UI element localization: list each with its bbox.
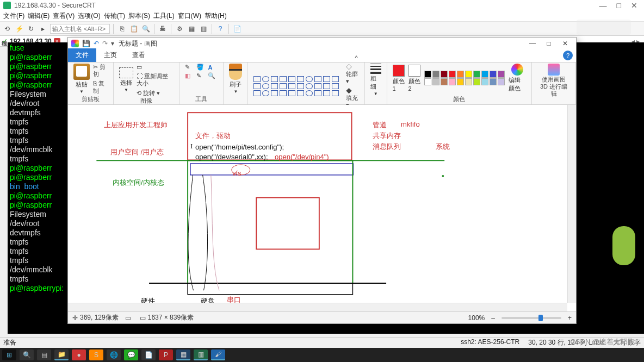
fill-icon[interactable]: 🪣	[196, 64, 206, 71]
label-file-driver: 文件，驱动	[195, 131, 231, 141]
print-icon[interactable]: 🖶	[158, 24, 168, 34]
canvas-size-icon: ▭	[140, 314, 146, 322]
tab-file[interactable]: 文件	[68, 48, 96, 62]
brush-button[interactable]: 刷子 ▼	[229, 64, 242, 94]
task-view[interactable]: ▤	[37, 349, 51, 360]
menu-edit[interactable]: 编辑(E)	[28, 11, 49, 21]
zoom-slider[interactable]	[501, 317, 561, 319]
misc2-icon[interactable]: ▥	[199, 24, 208, 34]
play-icon[interactable]: ▸	[38, 24, 48, 34]
paint-canvas[interactable]: 上层应用开发工程师 用户空间 /用户态 内核空间/内核态 文件，驱动 open(…	[68, 105, 567, 303]
outline-button[interactable]: ◇ 轮廓 ▾	[346, 64, 358, 85]
task-securecrt[interactable]: ▥	[194, 349, 208, 360]
session-icon[interactable]: 📄	[232, 24, 242, 34]
copy-button[interactable]: ⎘ 复制	[93, 80, 108, 94]
group-shapes: ◇ 轮廓 ▾ ◆ 填充 ▾ 形状	[248, 63, 364, 104]
color-palette[interactable]	[424, 71, 505, 85]
group-image: 选择 ▼ ▭ ⛶ 重新调整大小 ⟲ 旋转 ▾ 图像	[114, 63, 180, 104]
label-system: 系统	[436, 142, 450, 152]
task-app2[interactable]: S	[89, 349, 103, 360]
task-vm[interactable]: ▦	[176, 349, 190, 360]
reconnect-icon[interactable]: ⟲	[2, 24, 12, 34]
find-icon[interactable]: 🔍	[141, 24, 151, 34]
paint-minimize-button[interactable]: —	[525, 39, 540, 48]
task-pdf[interactable]: P	[159, 349, 173, 360]
tab-home[interactable]: 主页	[96, 48, 125, 62]
shape-gallery[interactable]	[253, 76, 339, 96]
securecrt-icon	[3, 2, 11, 9]
paint3d-button[interactable]: 使用画图 3D 进行编辑	[537, 64, 570, 98]
ribbon-collapse-icon[interactable]: ^	[355, 54, 358, 62]
lightning-icon[interactable]: ⚡	[14, 24, 24, 34]
save-icon[interactable]: 💾	[82, 40, 90, 47]
color1-button[interactable]: 颜色 1	[393, 65, 405, 92]
canvas-vscroll[interactable]	[567, 105, 576, 303]
close-button[interactable]: ✕	[631, 1, 637, 10]
zoom-in-button[interactable]: +	[568, 314, 572, 322]
windows-taskbar[interactable]: ⊞ 🔍 ▤ 📁 ● S 🌐 💬 📄 P ▦ ▥ 🖌	[0, 348, 644, 362]
task-search[interactable]: 🔍	[20, 349, 34, 360]
misc-icon[interactable]: ▦	[187, 24, 196, 34]
task-app4[interactable]: 📄	[141, 349, 156, 360]
host-input[interactable]	[50, 24, 110, 34]
zoom-out-button[interactable]: –	[491, 314, 495, 322]
crop-button[interactable]: ▭	[137, 64, 174, 71]
edit-colors-button[interactable]: 编辑颜色	[509, 64, 526, 92]
tab-view[interactable]: 查看	[125, 48, 153, 62]
start-button[interactable]: ⊞	[2, 349, 16, 360]
reload-icon[interactable]: ↻	[26, 24, 36, 34]
copy-icon[interactable]: ⎘	[117, 24, 127, 34]
group-brush: 刷子 ▼	[224, 63, 248, 104]
label-open3: open("/dev/pin4")	[275, 153, 329, 161]
menu-file[interactable]: 文件(F)	[3, 11, 24, 21]
task-explorer[interactable]: 📁	[54, 349, 69, 360]
paste-button[interactable]: 粘贴 ▼	[73, 64, 90, 94]
eraser-icon[interactable]: ◧	[185, 72, 195, 79]
cut-button[interactable]: ✂ 剪切	[93, 64, 108, 78]
undo-icon[interactable]: ↶	[94, 40, 99, 47]
task-paint[interactable]: 🖌	[211, 349, 225, 360]
csdn-watermark: CSDN @追着太阳跑1.	[571, 337, 641, 347]
pencil-icon[interactable]: ✎	[185, 64, 195, 71]
menu-window[interactable]: 窗口(W)	[178, 11, 201, 21]
paint-ribbon-tabs: 文件 主页 查看 ^ ?	[68, 49, 576, 63]
paste-icon[interactable]: 📋	[129, 24, 139, 34]
menu-view[interactable]: 查看(V)	[53, 11, 75, 21]
paint-help-icon[interactable]: ?	[563, 51, 573, 60]
minimize-button[interactable]: —	[599, 1, 607, 10]
paint-close-button[interactable]: ✕	[558, 39, 573, 48]
paint-title: 无标题 - 画图	[119, 39, 157, 48]
brush-icon	[229, 64, 242, 80]
clipboard-label: 剪贴板	[73, 95, 108, 104]
picker-icon[interactable]: ✎	[196, 72, 206, 79]
menu-script[interactable]: 脚本(S)	[128, 11, 150, 21]
task-chrome[interactable]: 🌐	[107, 349, 121, 360]
select-button[interactable]: 选择 ▼	[119, 67, 133, 92]
label-mq: 消息队列	[373, 142, 401, 152]
menu-options[interactable]: 选项(O)	[78, 11, 100, 21]
paint-statusbar: ✛369, 129像素 ▭ ▭1637 × 839像素 100% – +	[68, 311, 576, 323]
menu-transfer[interactable]: 传输(T)	[104, 11, 125, 21]
menu-tools[interactable]: 工具(L)	[153, 11, 175, 21]
paint-ribbon: 粘贴 ▼ ✂ 剪切 ⎘ 复制 剪贴板 选择 ▼ ▭ ⛶ 重新	[68, 63, 576, 105]
magnifier-icon[interactable]: 🔍	[208, 72, 218, 79]
task-wechat[interactable]: 💬	[124, 349, 138, 360]
text-icon[interactable]: A	[208, 64, 218, 71]
chevron-down-icon: ▼	[79, 89, 84, 94]
qa-dropdown-icon[interactable]: ▾	[111, 40, 114, 47]
color2-button[interactable]: 颜色 2	[408, 65, 421, 92]
paint-maximize-button[interactable]: □	[541, 39, 556, 48]
rotate-button[interactable]: ⟲ 旋转 ▾	[137, 90, 174, 97]
canvas-hscroll[interactable]	[68, 303, 567, 311]
redo-icon[interactable]: ↷	[102, 40, 108, 47]
maximize-button[interactable]: □	[617, 1, 621, 10]
menu-help[interactable]: 帮助(H)	[205, 11, 227, 21]
resize-button[interactable]: ⛶ 重新调整大小	[137, 73, 174, 87]
floating-widget[interactable]	[612, 226, 635, 265]
task-app1[interactable]: ●	[72, 349, 86, 360]
paint-titlebar[interactable]: 💾 ↶ ↷ ▾ 无标题 - 画图 — □ ✕	[68, 38, 576, 49]
thickness-button[interactable]: 粗细 ▼	[370, 64, 381, 96]
settings-icon[interactable]: ⚙	[175, 24, 184, 34]
securecrt-menubar[interactable]: 文件(F) 编辑(E) 查看(V) 选项(O) 传输(T) 脚本(S) 工具(L…	[0, 11, 644, 22]
help-icon[interactable]: ?	[215, 24, 225, 34]
